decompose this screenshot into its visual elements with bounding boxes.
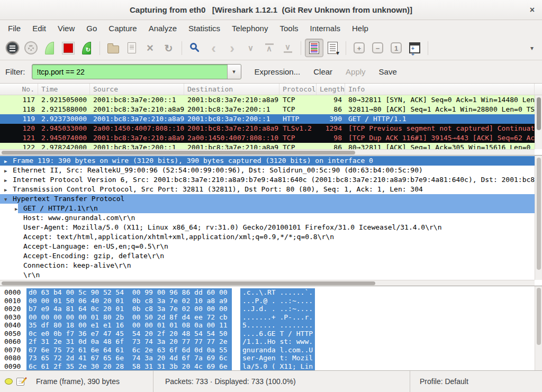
packet-time: 2.945074000 — [38, 133, 90, 143]
packet-protocol: HTTP — [279, 114, 317, 124]
hex-row-0040[interactable]: 004035 df 80 18 00 e1 e1 16 00 00 01 01 … — [0, 321, 542, 330]
scrollbar-thumb[interactable] — [2, 151, 355, 154]
capture-options-button[interactable] — [22, 39, 40, 57]
column-header-time[interactable]: Time — [38, 84, 90, 95]
scrollbar-thumb[interactable] — [537, 288, 541, 345]
scrollbar-thumb[interactable] — [537, 158, 541, 270]
detail-line[interactable]: Host: www.gnurandal.com\r\n — [0, 213, 535, 223]
packet-row-121[interactable]: 1212.9450740002001:bc8:3a7e:210:a8a9:b7e… — [0, 133, 535, 143]
detail-line[interactable]: Accept-Language: en-US,en;q=0.5\r\n — [0, 242, 535, 251]
details-vscrollbar[interactable] — [535, 156, 542, 280]
menu-item-go[interactable]: Go — [80, 22, 103, 35]
hex-row-0060[interactable]: 00602f 31 2e 31 0d 0a 48 6f 73 74 3a 20 … — [0, 338, 542, 346]
auto-scroll-button[interactable] — [323, 39, 342, 57]
detail-line[interactable]: ▶GET / HTTP/1.1\r\n — [0, 204, 535, 213]
zoom-out-button[interactable] — [368, 39, 387, 57]
packet-row-117[interactable]: 1172.9215050002001:bc8:3a7e:200::12001:b… — [0, 95, 535, 105]
filter-input[interactable] — [32, 65, 227, 79]
capture-comment-icon[interactable] — [16, 378, 24, 386]
menu-item-file[interactable]: File — [2, 22, 26, 35]
menu-item-statistics[interactable]: Statistics — [183, 22, 226, 35]
packet-row-122[interactable]: 1222.9782420002001:bc8:3a7e:200::12001:b… — [0, 143, 535, 149]
expander-icon[interactable]: ▶ — [4, 166, 13, 175]
detail-line[interactable]: \r\n — [0, 270, 535, 280]
menu-item-edit[interactable]: Edit — [26, 22, 52, 35]
open-capture-file-button[interactable] — [104, 39, 122, 57]
menu-item-telephony[interactable]: Telephony — [226, 22, 274, 35]
menu-item-view[interactable]: View — [52, 22, 80, 35]
expander-icon[interactable]: ▶ — [4, 185, 13, 194]
detail-line[interactable]: Connection: keep-alive\r\n — [0, 261, 535, 270]
column-header-length[interactable]: Length — [317, 84, 345, 95]
column-header-source[interactable]: Source — [90, 84, 184, 95]
scrollbar-thumb[interactable] — [537, 97, 541, 130]
packet-destination: 2001:bc8:3a7e:200::1 — [184, 114, 279, 124]
packet-list-vscrollbar[interactable] — [535, 95, 542, 149]
detail-line[interactable]: ▶Frame 119: 390 bytes on wire (3120 bits… — [0, 156, 535, 166]
detail-line[interactable]: ▶Transmission Control Protocol, Src Port… — [0, 185, 535, 194]
column-header-protocol[interactable]: Protocol — [279, 84, 317, 95]
detail-line[interactable]: Accept-Encoding: gzip, deflate\r\n — [0, 251, 535, 261]
start-capture-icon — [45, 42, 54, 54]
detail-line[interactable]: ▶Ethernet II, Src: RealtekU_99:00:96 (52… — [0, 166, 535, 175]
detail-line[interactable]: ▶Internet Protocol Version 6, Src: 2001:… — [0, 175, 535, 185]
detail-text: Internet Protocol Version 6, Src: 2001:b… — [13, 176, 535, 184]
packet-row-118[interactable]: 1182.9215880002001:bc8:3a7e:210:a8a9:b7e… — [0, 105, 535, 114]
save-capture-file-button[interactable] — [122, 39, 141, 57]
menu-item-capture[interactable]: Capture — [103, 22, 142, 35]
zoom-100-button[interactable] — [387, 39, 405, 57]
column-header-destination[interactable]: Destination — [184, 84, 279, 95]
details-hscrollbar[interactable] — [0, 280, 535, 286]
go-forward-button[interactable] — [223, 39, 241, 57]
go-back-button[interactable] — [204, 39, 223, 57]
find-packet-button[interactable] — [186, 39, 204, 57]
close-capture-file-button[interactable] — [141, 39, 159, 57]
go-to-packet-button[interactable] — [241, 39, 260, 57]
clear-button[interactable]: Clear — [313, 67, 332, 76]
expression-button[interactable]: Expression... — [255, 67, 301, 76]
toolbar-overflow-button[interactable]: ▾ — [530, 44, 534, 52]
expander-icon[interactable]: ▶ — [4, 157, 13, 166]
zoom-100-icon — [391, 42, 402, 53]
hex-row-0080[interactable]: 008073 65 72 2d 41 67 65 6e 74 3a 20 4d … — [0, 354, 542, 362]
hex-row-0050[interactable]: 00500c e0 0b f7 36 e7 47 45 54 20 2f 20 … — [0, 330, 542, 338]
menu-item-tools[interactable]: Tools — [274, 22, 304, 35]
save-button[interactable]: Save — [379, 67, 397, 76]
hex-vscrollbar[interactable] — [535, 286, 542, 370]
expander-icon[interactable]: ▼ — [4, 195, 13, 204]
hex-row-0070[interactable]: 007067 6e 75 72 61 6e 64 61 6c 2e 63 6f … — [0, 346, 542, 354]
detail-line[interactable]: ▼Hypertext Transfer Protocol — [0, 194, 535, 204]
reload-capture-file-button[interactable] — [159, 39, 178, 57]
packet-row-119[interactable]: 1192.9237300002001:bc8:3a7e:210:a8a9:b7e… — [0, 114, 535, 124]
go-to-top-button[interactable] — [260, 39, 278, 57]
expander-icon[interactable]: ▶ — [4, 176, 13, 185]
column-header-no[interactable]: No. — [0, 84, 38, 95]
menu-item-internals[interactable]: Internals — [304, 22, 346, 35]
menu-item-analyze[interactable]: Analyze — [143, 22, 183, 35]
detail-line[interactable]: User-Agent: Mozilla/5.0 (X11; Linux x86_… — [0, 223, 535, 232]
expander-icon[interactable]: ▶ — [15, 204, 23, 213]
colorize-button[interactable] — [305, 39, 323, 57]
stop-capture-button[interactable] — [59, 39, 77, 57]
start-capture-button[interactable] — [40, 39, 59, 57]
hex-row-0010[interactable]: 001000 00 01 50 06 40 20 01 0b c8 3a 7e … — [0, 297, 542, 305]
expert-info-icon[interactable] — [5, 378, 13, 385]
column-header-info[interactable]: Info — [345, 84, 535, 95]
hex-row-0000[interactable]: 0000d0 63 b4 00 5c 90 52 54 00 99 00 96 … — [0, 288, 542, 297]
zoom-in-button[interactable] — [350, 39, 368, 57]
restart-capture-button[interactable] — [77, 39, 96, 57]
resize-columns-button[interactable] — [405, 39, 424, 57]
packet-row-120[interactable]: 1202.9450330002a00:1450:4007:808::102001… — [0, 124, 535, 133]
hex-row-0020[interactable]: 0020b7 e9 4a 81 64 0c 20 01 0b c8 3a 7e … — [0, 305, 542, 313]
scrollbar-thumb[interactable] — [2, 281, 375, 285]
apply-button[interactable]: Apply — [346, 67, 366, 76]
hex-row-0030[interactable]: 003000 00 00 00 00 01 80 2b 00 50 2d 8f … — [0, 313, 542, 322]
close-window-icon[interactable]: × — [530, 6, 535, 14]
hex-row-0090[interactable]: 00906c 61 2f 35 2e 30 20 28 58 31 31 3b … — [0, 362, 542, 371]
filter-dropdown-icon[interactable]: ▾ — [227, 65, 241, 79]
detail-line[interactable]: Accept: text/html,application/xhtml+xml,… — [0, 232, 535, 242]
packet-list-hscrollbar[interactable] — [0, 149, 535, 155]
go-to-bottom-button[interactable] — [278, 39, 297, 57]
menu-item-help[interactable]: Help — [346, 22, 374, 35]
list-interfaces-button[interactable] — [3, 39, 22, 57]
